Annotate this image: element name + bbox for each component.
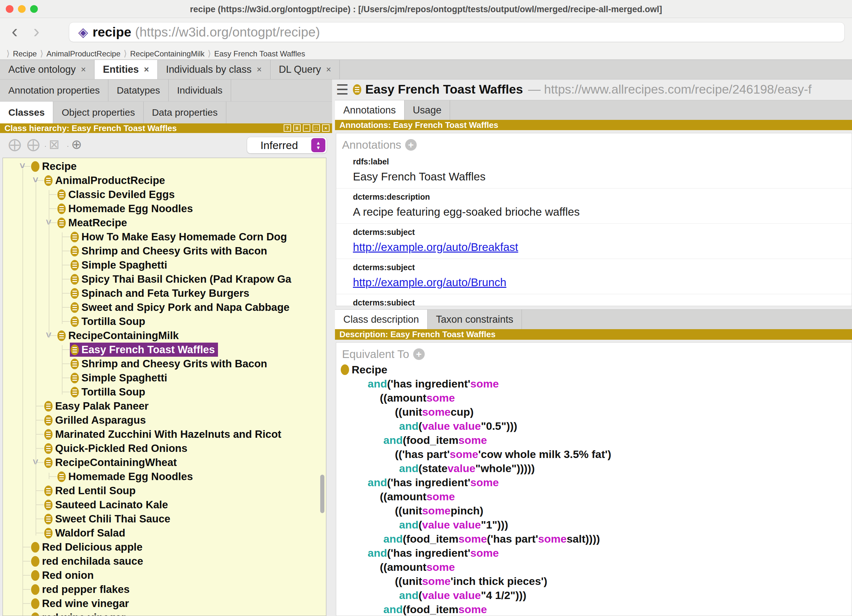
hierarchy-view-selector[interactable]: Inferred ▲▼ xyxy=(247,137,327,154)
split-icon[interactable]: II xyxy=(293,124,301,132)
ontology-address-bar[interactable]: ◈ recipe (https://w3id.org/ontogpt/recip… xyxy=(69,22,844,42)
tree-node[interactable]: red pepper flakes xyxy=(30,582,133,596)
close-tab-icon[interactable]: × xyxy=(81,65,86,75)
tree-row[interactable]: Spicy Thai Basil Chicken (Pad Krapow Ga xyxy=(3,272,326,286)
add-equivalent-class-button[interactable]: + xyxy=(413,349,425,360)
minimize-icon[interactable]: − xyxy=(303,124,310,132)
tree-row[interactable]: Simple Spaghetti xyxy=(3,371,326,385)
tree-node[interactable]: RecipeContainingWheat xyxy=(44,456,180,470)
tree-row[interactable]: >AnimalProductRecipe xyxy=(3,174,326,187)
tree-node[interactable]: Recipe xyxy=(30,159,80,174)
tree-node[interactable]: red enchilada sauce xyxy=(30,554,146,568)
class-expression-line[interactable]: and (state value "whole"))))) xyxy=(341,461,852,475)
tree-row[interactable]: Easy Palak Paneer xyxy=(3,399,326,413)
annotation-link[interactable]: http://example.org/auto/Breakfast xyxy=(353,241,852,254)
tree-row[interactable]: red wine vinegar xyxy=(3,610,326,616)
tree-node[interactable]: red wine vinegar xyxy=(30,610,128,616)
class-expression-line[interactable]: and (food_item some xyxy=(341,433,852,447)
tree-scrollbar[interactable] xyxy=(320,475,325,513)
add-annotation-button[interactable]: + xyxy=(405,139,417,151)
tree-node[interactable]: Homemade Egg Noodles xyxy=(57,470,196,484)
tree-row[interactable]: Tortilla Soup xyxy=(3,314,326,329)
tree-node[interactable]: Quick-Pickled Red Onions xyxy=(44,441,191,456)
tree-row[interactable]: Sweet and Spicy Pork and Napa Cabbage xyxy=(3,300,326,314)
tab-classes[interactable]: Classes xyxy=(0,101,53,124)
class-expression-line[interactable]: and ('has ingredient' some xyxy=(341,546,852,560)
tree-node[interactable]: Spinach and Feta Turkey Burgers xyxy=(70,286,252,300)
tree-row[interactable]: Marinated Zucchini With Hazelnuts and Ri… xyxy=(3,427,326,441)
breadcrumb-item[interactable]: RecipeContainingMilk xyxy=(130,49,204,58)
tree-node[interactable]: Shrimp and Cheesy Grits with Bacon xyxy=(70,244,270,258)
tree-node[interactable]: Classic Deviled Eggs xyxy=(57,187,178,202)
tree-row[interactable]: Sauteed Lacinato Kale xyxy=(3,498,326,512)
tree-node[interactable]: Homemade Egg Noodles xyxy=(57,202,196,216)
class-expression-line[interactable]: ((amount some xyxy=(341,489,852,503)
class-expression-line[interactable]: ((amount some xyxy=(341,391,852,405)
tab-dl-query[interactable]: DL Query× xyxy=(270,60,340,79)
class-expression-line[interactable]: and ('has ingredient' some xyxy=(341,475,852,489)
tree-row[interactable]: Tortilla Soup xyxy=(3,385,326,399)
tab-annotation-properties[interactable]: Annotation properties xyxy=(0,80,108,101)
tree-node[interactable]: Tortilla Soup xyxy=(70,314,148,329)
close-tab-icon[interactable]: × xyxy=(326,65,331,75)
tree-node[interactable]: Red Delicious apple xyxy=(30,540,146,554)
breadcrumb-item[interactable]: Easy French Toast Waffles xyxy=(214,49,305,58)
menu-icon[interactable]: ☰ xyxy=(336,82,349,98)
tree-row[interactable]: >Recipe xyxy=(3,159,326,174)
breadcrumb-item[interactable]: Recipe xyxy=(13,49,37,58)
tree-row[interactable]: red enchilada sauce xyxy=(3,554,326,568)
tree-row[interactable]: Grilled Asparagus xyxy=(3,413,326,427)
class-expression-line[interactable]: ((unit some 'inch thick pieces') xyxy=(341,574,852,588)
tab-class-description[interactable]: Class description xyxy=(335,310,428,329)
tree-node[interactable]: Easy Palak Paneer xyxy=(44,399,152,413)
tree-row[interactable]: >RecipeContainingWheat xyxy=(3,456,326,470)
tree-node[interactable]: Red Lentil Soup xyxy=(44,484,139,498)
tree-node[interactable]: Sweet and Spicy Pork and Napa Cabbage xyxy=(70,300,293,314)
tree-node[interactable]: Simple Spaghetti xyxy=(70,258,171,272)
class-expression-line[interactable]: and ('has ingredient' some xyxy=(341,377,852,391)
close-icon[interactable]: × xyxy=(322,124,329,132)
tree-row[interactable]: Red onion xyxy=(3,568,326,582)
tree-row[interactable]: Homemade Egg Noodles xyxy=(3,470,326,484)
tree-row[interactable]: Homemade Egg Noodles xyxy=(3,202,326,216)
tree-node[interactable]: Simple Spaghetti xyxy=(70,371,171,385)
tab-individuals-by-class[interactable]: Individuals by class× xyxy=(158,60,270,79)
tree-row[interactable]: red pepper flakes xyxy=(3,582,326,596)
tree-node[interactable]: Red wine vinegar xyxy=(30,596,132,610)
tree-row[interactable]: Sweet Chili Thai Sauce xyxy=(3,512,326,526)
tab-annotations[interactable]: Annotations xyxy=(335,100,405,120)
class-expression-line[interactable]: (('has part' some 'cow whole milk 3.5% f… xyxy=(341,447,852,461)
close-tab-icon[interactable]: × xyxy=(144,65,149,75)
tab-datatypes[interactable]: Datatypes xyxy=(108,80,169,101)
tree-row[interactable]: Quick-Pickled Red Onions xyxy=(3,441,326,456)
tab-active-ontology[interactable]: Active ontology× xyxy=(0,60,95,79)
maximize-icon[interactable]: □ xyxy=(313,124,320,132)
tree-row[interactable]: Shrimp and Cheesy Grits with Bacon xyxy=(3,357,326,371)
tree-row[interactable]: Shrimp and Cheesy Grits with Bacon xyxy=(3,244,326,258)
collapse-arrow-icon[interactable]: > xyxy=(17,163,28,169)
breadcrumb-item[interactable]: AnimalProductRecipe xyxy=(47,49,121,58)
tree-row[interactable]: >RecipeContainingMilk xyxy=(3,329,326,343)
tab-taxon-constraints[interactable]: Taxon constraints xyxy=(428,310,522,329)
class-expression-line[interactable]: ((amount some xyxy=(341,560,852,574)
forward-button[interactable]: › xyxy=(33,21,39,41)
tree-row[interactable]: Spinach and Feta Turkey Burgers xyxy=(3,286,326,300)
class-expression-line[interactable]: and (value value "4 1/2"))) xyxy=(341,588,852,602)
tab-entities[interactable]: Entities× xyxy=(95,60,158,79)
add-subclass-icon[interactable]: ⨁ xyxy=(8,137,21,152)
tree-row[interactable]: Red wine vinegar xyxy=(3,596,326,610)
class-expression-line[interactable]: Recipe xyxy=(341,362,852,377)
back-button[interactable]: ‹ xyxy=(12,21,18,41)
class-expression-line[interactable]: and (value value "1"))) xyxy=(341,518,852,532)
tree-row[interactable]: >MeatRecipe xyxy=(3,216,326,230)
tree-node[interactable]: Tortilla Soup xyxy=(70,385,148,399)
help-icon[interactable]: ? xyxy=(284,124,291,132)
class-expression-line[interactable]: and (food_item some xyxy=(341,602,852,616)
add-sibling-class-icon[interactable]: ⨁ xyxy=(27,137,40,152)
tree-row[interactable]: Simple Spaghetti xyxy=(3,258,326,272)
tree-node[interactable]: AnimalProductRecipe xyxy=(44,174,168,187)
annotation-link[interactable]: http://example.org/auto/Brunch xyxy=(353,276,852,289)
tree-row[interactable]: Waldorf Salad xyxy=(3,526,326,540)
tree-node[interactable]: MeatRecipe xyxy=(57,216,130,230)
locate-class-icon[interactable]: ⊕ xyxy=(71,137,82,152)
